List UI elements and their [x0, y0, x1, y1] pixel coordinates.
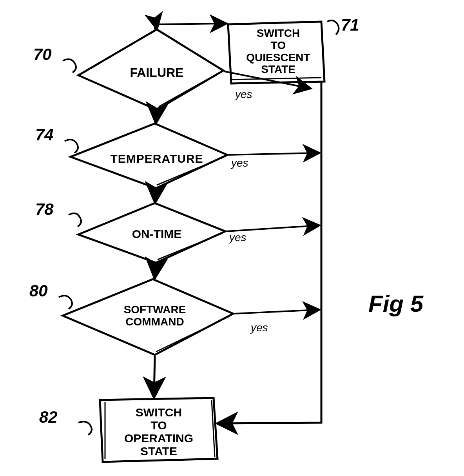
node-78-text: ON-TIME — [114, 227, 200, 240]
edge-bus — [219, 82, 321, 423]
node-80-text: SOFTWARE COMMAND — [110, 304, 200, 328]
ref-80: 80 — [29, 282, 48, 300]
edge-74-yes — [228, 153, 318, 155]
ref-70-squiggle — [63, 59, 76, 73]
ref-71-squiggle — [327, 20, 339, 35]
node-71-underline — [230, 78, 321, 80]
ref-82-squiggle — [78, 421, 92, 435]
ref-70: 70 — [33, 45, 52, 64]
figure-label: Fig 5 — [368, 290, 423, 317]
ref-74: 74 — [35, 125, 54, 144]
node-71-text: SWITCH TO QUIESCENT STATE — [239, 27, 317, 76]
edge-74-yes-label: yes — [231, 157, 248, 169]
edge-80-yes — [234, 310, 318, 314]
edge-78-80 — [155, 263, 156, 277]
node-82-text: SWITCH TO OPERATING STATE — [110, 406, 208, 458]
edge-70-yes-label: yes — [235, 88, 252, 101]
edge-78-yes — [226, 225, 318, 231]
edge-80-yes-label: yes — [251, 322, 268, 334]
ref-78-squiggle — [69, 213, 81, 227]
ref-71: 71 — [341, 16, 359, 35]
edge-70-74 — [156, 111, 157, 122]
edge-74-78 — [155, 189, 156, 201]
ref-78: 78 — [35, 200, 54, 219]
ref-80-squiggle — [59, 296, 72, 309]
node-74-text: TEMPERATURE — [102, 152, 212, 165]
edge-78-yes-label: yes — [229, 231, 246, 244]
node-70-text: FAILURE — [118, 66, 196, 80]
ref-82: 82 — [39, 408, 58, 427]
edge-to-71-top — [157, 24, 225, 24]
ref-74-squiggle — [65, 140, 78, 153]
edge-entry — [156, 24, 157, 28]
